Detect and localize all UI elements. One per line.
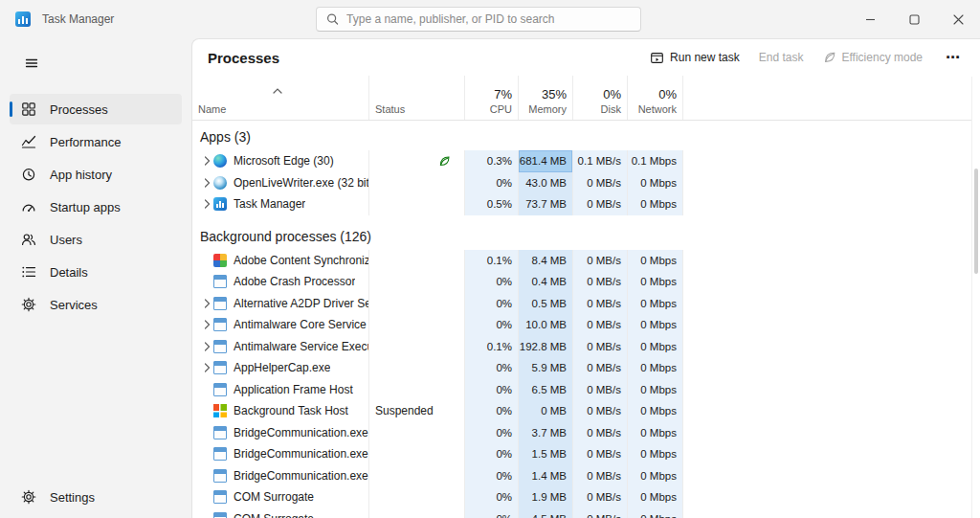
task-manager-icon: [213, 197, 227, 211]
process-row-com-surrogate-2[interactable]: COM Surrogate 0% 4.5 MB 0 MB/s 0 Mbps: [192, 508, 980, 518]
generic-window-icon: [213, 490, 227, 504]
minimize-button[interactable]: [848, 0, 892, 38]
sidebar-item-label: Startup apps: [50, 200, 121, 214]
process-row-openlivewriter[interactable]: OpenLiveWriter.exe (32 bit) 0% 43.0 MB 0…: [192, 172, 980, 194]
disk-value: 0 MB/s: [573, 293, 628, 315]
sidebar-item-label: Details: [50, 265, 88, 280]
generic-window-icon: [213, 469, 227, 483]
process-row-alternative-a2dp[interactable]: Alternative A2DP Driver Service 0% 0.5 M…: [192, 293, 980, 315]
process-row-adobe-content-synchronizer[interactable]: Adobe Content Synchronizer (... 0.1% 8.4…: [192, 250, 980, 272]
disk-value: 0 MB/s: [573, 336, 628, 358]
network-value: 0 Mbps: [628, 172, 683, 194]
process-row-bridgecommunication-3[interactable]: BridgeCommunication.exe 0% 1.4 MB 0 MB/s…: [192, 465, 980, 487]
process-row-microsoft-edge[interactable]: Microsoft Edge (30) 0.3% 2,681.4 MB 0.1 …: [192, 150, 980, 172]
services-icon: [21, 297, 36, 312]
network-value: 0 Mbps: [628, 465, 683, 487]
disk-value: 0 MB/s: [573, 250, 628, 272]
process-row-task-manager[interactable]: Task Manager 0.5% 73.7 MB 0 MB/s 0 Mbps: [192, 193, 980, 215]
network-value: 0 Mbps: [628, 293, 683, 315]
sidebar-item-services[interactable]: Services: [10, 289, 182, 320]
window-title: Task Manager: [42, 12, 114, 26]
column-header-memory[interactable]: 35%Memory: [519, 76, 573, 120]
group-header-background-processes[interactable]: Background processes (126): [192, 223, 980, 250]
network-value: 0 Mbps: [628, 400, 683, 422]
sidebar-item-users[interactable]: Users: [10, 224, 182, 255]
sidebar-item-settings[interactable]: Settings: [10, 482, 182, 512]
memory-value: 192.8 MB: [519, 336, 573, 358]
expand-chevron-icon[interactable]: [200, 363, 213, 372]
memory-value: 1.4 MB: [519, 465, 573, 487]
process-row-apphelpercap[interactable]: AppHelperCap.exe 0% 5.9 MB 0 MB/s 0 Mbps: [192, 357, 980, 379]
memory-value: 73.7 MB: [519, 193, 573, 215]
memory-value: 3.7 MB: [519, 422, 573, 444]
scrollbar-track[interactable]: [971, 77, 980, 518]
more-options-button[interactable]: ⋯: [942, 49, 965, 66]
process-row-com-surrogate-1[interactable]: COM Surrogate 0% 1.9 MB 0 MB/s 0 Mbps: [192, 486, 980, 508]
sidebar-item-processes[interactable]: Processes: [10, 94, 182, 124]
search-input[interactable]: [346, 12, 631, 26]
process-row-antimalware-service[interactable]: Antimalware Service Executable 0.1% 192.…: [192, 336, 980, 358]
expand-chevron-icon[interactable]: [200, 156, 213, 166]
process-name: BridgeCommunication.exe: [234, 426, 368, 439]
efficiency-mode-leaf-icon: [823, 51, 836, 64]
sidebar-item-performance[interactable]: Performance: [10, 126, 182, 157]
group-header-apps[interactable]: Apps (3): [192, 124, 980, 150]
column-header-cpu[interactable]: 7%CPU: [465, 76, 519, 120]
expand-chevron-icon[interactable]: [200, 342, 213, 351]
disk-value: 0 MB/s: [573, 422, 628, 444]
navigation-menu-button[interactable]: [15, 48, 48, 79]
process-row-application-frame-host[interactable]: Application Frame Host 0% 6.5 MB 0 MB/s …: [192, 379, 980, 401]
network-value: 0 Mbps: [628, 271, 683, 293]
generic-window-icon: [213, 426, 227, 439]
startup-apps-icon: [21, 199, 36, 214]
cpu-value: 0%: [465, 422, 519, 444]
close-button[interactable]: [936, 0, 980, 38]
memory-value: 4.5 MB: [519, 508, 573, 518]
generic-window-icon: [213, 340, 227, 353]
cpu-value: 0%: [465, 172, 519, 194]
scrollbar-thumb[interactable]: [974, 169, 978, 274]
expand-chevron-icon[interactable]: [200, 178, 213, 188]
network-value: 0 Mbps: [628, 250, 683, 272]
disk-value: 0 MB/s: [573, 379, 628, 401]
disk-value: 0 MB/s: [573, 508, 628, 518]
page-title: Processes: [208, 50, 279, 66]
generic-window-icon: [213, 361, 227, 374]
close-icon: [953, 14, 964, 25]
sidebar-item-details[interactable]: Details: [10, 257, 182, 287]
efficiency-mode-button[interactable]: Efficiency mode: [823, 51, 924, 64]
process-name: Alternative A2DP Driver Service: [234, 297, 368, 310]
process-name: Application Frame Host: [234, 383, 353, 396]
adobe-sync-icon: [213, 254, 227, 267]
process-row-background-task-host[interactable]: Background Task Host Suspended 0% 0 MB 0…: [192, 400, 980, 422]
process-row-bridgecommunication-1[interactable]: BridgeCommunication.exe 0% 3.7 MB 0 MB/s…: [192, 422, 980, 444]
sidebar-item-startup-apps[interactable]: Startup apps: [10, 191, 182, 222]
ellipsis-icon: ⋯: [946, 49, 961, 66]
run-new-task-button[interactable]: Run new task: [650, 51, 740, 65]
generic-window-icon: [213, 318, 227, 331]
process-name: OpenLiveWriter.exe (32 bit): [234, 176, 368, 190]
column-header-network[interactable]: 0%Network: [628, 76, 683, 120]
maximize-button[interactable]: [892, 0, 936, 38]
process-row-antimalware-core[interactable]: Antimalware Core Service 0% 10.0 MB 0 MB…: [192, 314, 980, 336]
process-name: Antimalware Core Service: [234, 318, 367, 331]
column-header-status[interactable]: Status: [369, 76, 465, 120]
process-name: AppHelperCap.exe: [234, 361, 330, 374]
network-value: 0 Mbps: [628, 443, 683, 465]
status-value: Suspended: [375, 404, 434, 417]
memory-value: 5.9 MB: [519, 357, 573, 379]
column-header-disk[interactable]: 0%Disk: [573, 76, 628, 120]
sidebar-item-app-history[interactable]: App history: [10, 159, 182, 190]
expand-chevron-icon[interactable]: [200, 199, 213, 209]
process-row-bridgecommunication-2[interactable]: BridgeCommunication.exe 0% 1.5 MB 0 MB/s…: [192, 443, 980, 465]
expand-chevron-icon[interactable]: [200, 320, 213, 329]
search-box[interactable]: [316, 7, 641, 32]
sidebar-item-label: Services: [50, 298, 98, 312]
memory-value: 1.9 MB: [519, 486, 573, 508]
process-name: COM Surrogate: [234, 490, 314, 504]
sidebar-item-label: Processes: [50, 102, 108, 117]
process-row-adobe-crash-processor[interactable]: Adobe Crash Processor 0% 0.4 MB 0 MB/s 0…: [192, 271, 980, 293]
cpu-value: 0%: [465, 379, 519, 401]
expand-chevron-icon[interactable]: [200, 299, 213, 308]
end-task-button[interactable]: End task: [759, 51, 804, 64]
